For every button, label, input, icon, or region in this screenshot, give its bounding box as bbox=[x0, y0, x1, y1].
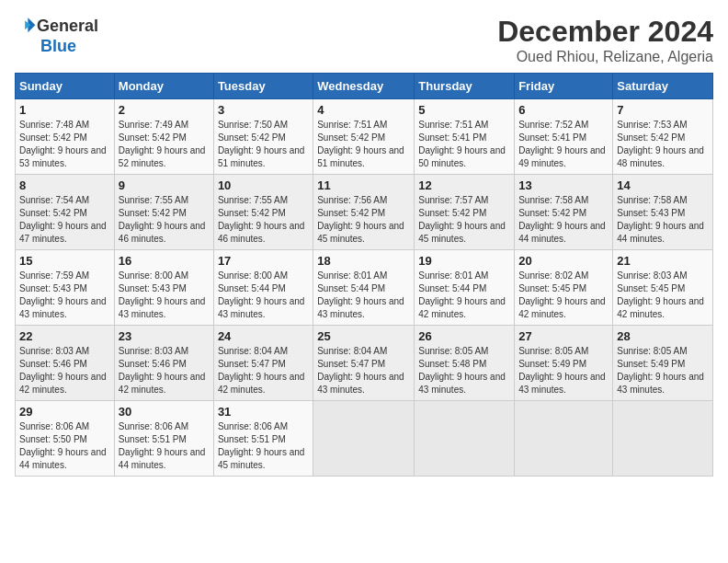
day-number: 1 bbox=[19, 103, 110, 117]
table-row: 1Sunrise: 7:48 AMSunset: 5:42 PMDaylight… bbox=[16, 99, 115, 175]
day-info: Sunrise: 8:01 AMSunset: 5:44 PMDaylight:… bbox=[317, 270, 410, 321]
col-saturday: Saturday bbox=[613, 74, 713, 99]
calendar-week-2: 8Sunrise: 7:54 AMSunset: 5:42 PMDaylight… bbox=[16, 175, 713, 250]
table-row: 6Sunrise: 7:52 AMSunset: 5:41 PMDaylight… bbox=[515, 99, 613, 175]
day-info: Sunrise: 8:05 AMSunset: 5:49 PMDaylight:… bbox=[518, 345, 609, 396]
table-row: 22Sunrise: 8:03 AMSunset: 5:46 PMDayligh… bbox=[16, 326, 115, 401]
day-info: Sunrise: 7:56 AMSunset: 5:42 PMDaylight:… bbox=[317, 194, 410, 246]
table-row: 4Sunrise: 7:51 AMSunset: 5:42 PMDaylight… bbox=[313, 99, 415, 175]
day-number: 15 bbox=[19, 254, 110, 268]
day-info: Sunrise: 8:04 AMSunset: 5:47 PMDaylight:… bbox=[317, 345, 410, 396]
table-row: 27Sunrise: 8:05 AMSunset: 5:49 PMDayligh… bbox=[515, 326, 613, 401]
col-tuesday: Tuesday bbox=[213, 74, 313, 99]
day-info: Sunrise: 8:06 AMSunset: 5:51 PMDaylight:… bbox=[218, 420, 309, 472]
day-number: 3 bbox=[218, 103, 309, 117]
day-info: Sunrise: 8:03 AMSunset: 5:46 PMDaylight:… bbox=[119, 345, 210, 396]
day-info: Sunrise: 8:05 AMSunset: 5:48 PMDaylight:… bbox=[418, 345, 510, 396]
calendar-week-1: 1Sunrise: 7:48 AMSunset: 5:42 PMDaylight… bbox=[16, 99, 713, 175]
day-info: Sunrise: 8:06 AMSunset: 5:51 PMDaylight:… bbox=[119, 420, 210, 472]
page-title: December 2024 bbox=[497, 15, 713, 49]
table-row: 23Sunrise: 8:03 AMSunset: 5:46 PMDayligh… bbox=[114, 326, 213, 401]
table-row bbox=[313, 401, 415, 477]
day-number: 25 bbox=[317, 329, 410, 343]
day-info: Sunrise: 8:06 AMSunset: 5:50 PMDaylight:… bbox=[19, 420, 110, 472]
logo: General Blue bbox=[15, 15, 98, 56]
day-number: 24 bbox=[218, 329, 309, 343]
day-info: Sunrise: 7:51 AMSunset: 5:41 PMDaylight:… bbox=[418, 119, 510, 170]
table-row: 28Sunrise: 8:05 AMSunset: 5:49 PMDayligh… bbox=[613, 326, 713, 401]
calendar-header-row: Sunday Monday Tuesday Wednesday Thursday… bbox=[16, 74, 713, 99]
col-friday: Friday bbox=[515, 74, 613, 99]
table-row: 15Sunrise: 7:59 AMSunset: 5:43 PMDayligh… bbox=[16, 250, 115, 326]
table-row: 9Sunrise: 7:55 AMSunset: 5:42 PMDaylight… bbox=[114, 175, 213, 250]
day-number: 7 bbox=[617, 103, 709, 117]
day-info: Sunrise: 7:54 AMSunset: 5:42 PMDaylight:… bbox=[19, 194, 110, 246]
table-row: 21Sunrise: 8:03 AMSunset: 5:45 PMDayligh… bbox=[613, 250, 713, 326]
table-row: 18Sunrise: 8:01 AMSunset: 5:44 PMDayligh… bbox=[313, 250, 415, 326]
calendar-week-4: 22Sunrise: 8:03 AMSunset: 5:46 PMDayligh… bbox=[16, 326, 713, 401]
day-info: Sunrise: 8:01 AMSunset: 5:44 PMDaylight:… bbox=[418, 270, 510, 321]
day-info: Sunrise: 7:58 AMSunset: 5:43 PMDaylight:… bbox=[617, 194, 709, 246]
day-number: 16 bbox=[119, 254, 210, 268]
day-number: 22 bbox=[19, 329, 110, 343]
day-number: 30 bbox=[119, 405, 210, 419]
day-number: 5 bbox=[418, 103, 510, 117]
table-row: 31Sunrise: 8:06 AMSunset: 5:51 PMDayligh… bbox=[213, 401, 313, 477]
day-number: 27 bbox=[518, 329, 609, 343]
day-number: 14 bbox=[617, 178, 709, 192]
col-wednesday: Wednesday bbox=[313, 74, 415, 99]
day-number: 6 bbox=[518, 103, 609, 117]
logo-blue: Blue bbox=[40, 37, 76, 56]
day-number: 18 bbox=[317, 254, 410, 268]
table-row: 29Sunrise: 8:06 AMSunset: 5:50 PMDayligh… bbox=[16, 401, 115, 477]
day-info: Sunrise: 7:55 AMSunset: 5:42 PMDaylight:… bbox=[119, 194, 210, 246]
day-number: 21 bbox=[617, 254, 709, 268]
day-info: Sunrise: 7:55 AMSunset: 5:42 PMDaylight:… bbox=[218, 194, 309, 246]
table-row: 3Sunrise: 7:50 AMSunset: 5:42 PMDaylight… bbox=[213, 99, 313, 175]
day-info: Sunrise: 7:50 AMSunset: 5:42 PMDaylight:… bbox=[218, 119, 309, 170]
day-info: Sunrise: 8:05 AMSunset: 5:49 PMDaylight:… bbox=[617, 345, 709, 396]
table-row: 24Sunrise: 8:04 AMSunset: 5:47 PMDayligh… bbox=[213, 326, 313, 401]
table-row: 14Sunrise: 7:58 AMSunset: 5:43 PMDayligh… bbox=[613, 175, 713, 250]
day-info: Sunrise: 8:03 AMSunset: 5:46 PMDaylight:… bbox=[19, 345, 110, 396]
table-row: 5Sunrise: 7:51 AMSunset: 5:41 PMDaylight… bbox=[415, 99, 515, 175]
table-row: 8Sunrise: 7:54 AMSunset: 5:42 PMDaylight… bbox=[16, 175, 115, 250]
table-row: 13Sunrise: 7:58 AMSunset: 5:42 PMDayligh… bbox=[515, 175, 613, 250]
day-info: Sunrise: 7:59 AMSunset: 5:43 PMDaylight:… bbox=[19, 270, 110, 321]
day-number: 31 bbox=[218, 405, 309, 419]
col-monday: Monday bbox=[114, 74, 213, 99]
day-number: 9 bbox=[119, 178, 210, 192]
table-row: 2Sunrise: 7:49 AMSunset: 5:42 PMDaylight… bbox=[114, 99, 213, 175]
day-info: Sunrise: 7:51 AMSunset: 5:42 PMDaylight:… bbox=[317, 119, 410, 170]
day-info: Sunrise: 7:49 AMSunset: 5:42 PMDaylight:… bbox=[119, 119, 210, 170]
table-row: 19Sunrise: 8:01 AMSunset: 5:44 PMDayligh… bbox=[415, 250, 515, 326]
table-row bbox=[613, 401, 713, 477]
day-info: Sunrise: 8:00 AMSunset: 5:44 PMDaylight:… bbox=[218, 270, 309, 321]
day-info: Sunrise: 7:52 AMSunset: 5:41 PMDaylight:… bbox=[518, 119, 609, 170]
day-info: Sunrise: 7:48 AMSunset: 5:42 PMDaylight:… bbox=[19, 119, 110, 170]
title-area: December 2024 Oued Rhiou, Relizane, Alge… bbox=[497, 15, 713, 65]
table-row: 30Sunrise: 8:06 AMSunset: 5:51 PMDayligh… bbox=[114, 401, 213, 477]
table-row: 11Sunrise: 7:56 AMSunset: 5:42 PMDayligh… bbox=[313, 175, 415, 250]
day-number: 4 bbox=[317, 103, 410, 117]
day-info: Sunrise: 7:53 AMSunset: 5:42 PMDaylight:… bbox=[617, 119, 709, 170]
day-info: Sunrise: 8:00 AMSunset: 5:43 PMDaylight:… bbox=[119, 270, 210, 321]
calendar-table: Sunday Monday Tuesday Wednesday Thursday… bbox=[15, 73, 713, 477]
table-row bbox=[515, 401, 613, 477]
day-info: Sunrise: 7:58 AMSunset: 5:42 PMDaylight:… bbox=[518, 194, 609, 246]
table-row: 7Sunrise: 7:53 AMSunset: 5:42 PMDaylight… bbox=[613, 99, 713, 175]
day-number: 20 bbox=[518, 254, 609, 268]
logo-general: General bbox=[37, 17, 98, 36]
logo-icon bbox=[15, 15, 37, 37]
day-info: Sunrise: 8:04 AMSunset: 5:47 PMDaylight:… bbox=[218, 345, 309, 396]
table-row: 26Sunrise: 8:05 AMSunset: 5:48 PMDayligh… bbox=[415, 326, 515, 401]
day-info: Sunrise: 7:57 AMSunset: 5:42 PMDaylight:… bbox=[418, 194, 510, 246]
page-header: General Blue December 2024 Oued Rhiou, R… bbox=[15, 15, 713, 65]
table-row: 16Sunrise: 8:00 AMSunset: 5:43 PMDayligh… bbox=[114, 250, 213, 326]
day-number: 29 bbox=[19, 405, 110, 419]
day-info: Sunrise: 8:03 AMSunset: 5:45 PMDaylight:… bbox=[617, 270, 709, 321]
table-row: 12Sunrise: 7:57 AMSunset: 5:42 PMDayligh… bbox=[415, 175, 515, 250]
table-row bbox=[415, 401, 515, 477]
calendar-week-3: 15Sunrise: 7:59 AMSunset: 5:43 PMDayligh… bbox=[16, 250, 713, 326]
day-number: 12 bbox=[418, 178, 510, 192]
